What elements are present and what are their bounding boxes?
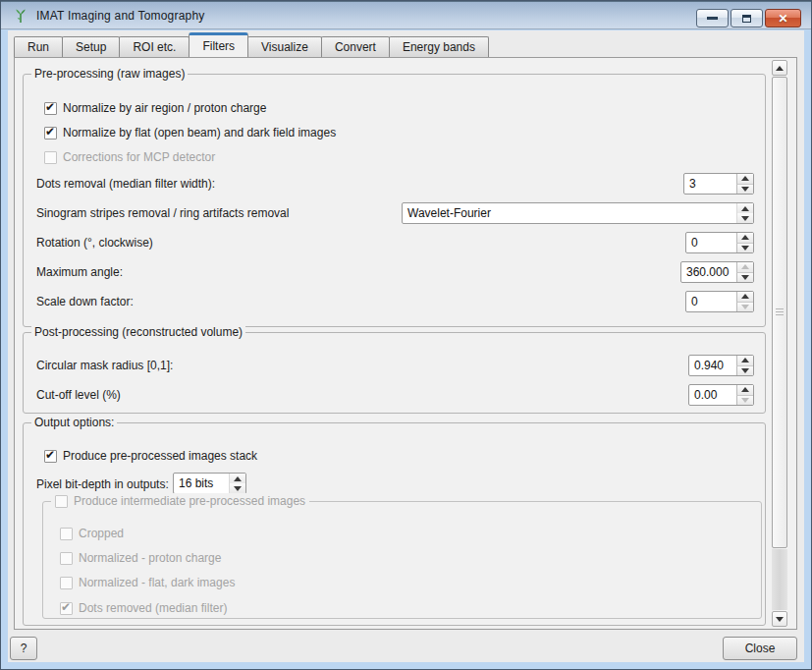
filters-tab-pane: Pre-processing (raw images) Normalize by…	[14, 57, 797, 630]
group-post-processing: Post-processing (reconstructed volume)	[23, 332, 766, 414]
rotation-spinbox[interactable]: 0	[685, 232, 754, 253]
spinbox-value: 3	[684, 174, 736, 194]
checkbox-produce-stack[interactable]: Produce pre-processed images stack	[44, 448, 257, 464]
bitdepth-label: Pixel bit-depth in outputs:	[36, 477, 169, 491]
window-title: IMAT Imaging and Tomography	[36, 9, 205, 23]
close-window-button[interactable]: ✕	[765, 9, 801, 28]
checkbox-indicator	[55, 495, 68, 508]
spin-up-button[interactable]	[736, 292, 753, 302]
dots-removal-label: Dots removal (median filter width):	[36, 177, 215, 191]
spinbox-value: 0.940	[689, 356, 736, 375]
title-bar[interactable]: IMAT Imaging and Tomography ✕	[1, 1, 811, 29]
checkbox-cropped: Cropped	[60, 526, 124, 541]
sinogram-stripes-label: Sinogram stripes removal / ring artifact…	[36, 206, 289, 220]
tab-roi-etc[interactable]: ROI etc.	[119, 36, 189, 57]
maximize-button[interactable]	[731, 9, 763, 28]
checkbox-normalized-flat-dark: Normalized - flat, dark images	[60, 575, 235, 590]
vertical-scrollbar[interactable]	[772, 60, 787, 627]
circular-mask-label: Circular mask radius [0,1]:	[36, 359, 173, 372]
checkbox-indicator[interactable]	[44, 450, 57, 463]
checkbox-label: Normalized - flat, dark images	[79, 576, 235, 589]
combobox-value: 16 bits	[174, 474, 229, 493]
tab-run[interactable]: Run	[14, 36, 63, 57]
maximum-angle-label: Maximum angle:	[36, 265, 123, 279]
combobox-value: Wavelet-Fourier	[403, 203, 736, 223]
checkbox-label: Normalize by flat (open beam) and dark f…	[63, 126, 336, 140]
checkbox-indicator[interactable]	[44, 102, 57, 115]
group-title: Pre-processing (raw images)	[31, 67, 188, 81]
tab-filters[interactable]: Filters	[189, 32, 248, 57]
combo-down-arrow[interactable]	[230, 483, 245, 493]
arrow-up-icon	[776, 66, 784, 71]
rotation-label: Rotation (°, clockwise)	[36, 236, 153, 250]
spinbox-value: 0.00	[689, 385, 736, 405]
circular-mask-spinbox[interactable]: 0.940	[688, 355, 754, 376]
checkbox-corrections-mcp: Corrections for MCP detector	[44, 149, 215, 165]
minimize-button[interactable]	[696, 9, 729, 28]
group-title: Post-processing (reconstructed volume)	[31, 325, 245, 339]
bitdepth-combobox[interactable]: 16 bits	[173, 473, 246, 494]
checkbox-normalize-flat-dark[interactable]: Normalize by flat (open beam) and dark f…	[44, 125, 336, 140]
spin-down-button[interactable]	[736, 243, 753, 253]
maximum-angle-spinbox[interactable]: 360.000	[680, 261, 754, 283]
spin-up-button[interactable]	[736, 356, 753, 365]
dialog-window: IMAT Imaging and Tomography ✕ Run Setup …	[0, 0, 812, 670]
checkbox-indicator[interactable]	[44, 127, 57, 140]
checkbox-indicator	[60, 602, 73, 615]
scale-down-spinbox[interactable]: 0	[685, 291, 754, 312]
checkbox-label: Normalized - proton charge	[79, 551, 221, 565]
group-title: Output options:	[31, 416, 117, 429]
combo-down-arrow[interactable]	[737, 213, 753, 223]
spinbox-value: 0	[686, 233, 736, 252]
checkbox-indicator	[60, 528, 73, 540]
spin-down-button	[736, 395, 753, 406]
spin-down-button[interactable]	[736, 272, 753, 283]
spinbox-value: 360.000	[681, 262, 736, 282]
checkbox-indicator	[60, 577, 73, 589]
checkbox-produce-intermediate: Produce intermediate pre-processed image…	[51, 493, 309, 509]
dots-removal-spinbox[interactable]: 3	[683, 173, 754, 195]
checkbox-normalized-proton: Normalized - proton charge	[60, 550, 221, 566]
spin-up-button	[736, 262, 753, 272]
minimize-icon	[707, 17, 718, 20]
combo-up-arrow[interactable]	[230, 474, 245, 483]
spinbox-value: 0	[686, 292, 736, 311]
spin-down-button[interactable]	[736, 365, 753, 376]
close-icon: ✕	[778, 13, 787, 25]
scrollbar-grip-icon	[776, 308, 784, 317]
arrow-down-icon	[776, 617, 784, 622]
checkbox-label: Cropped	[79, 527, 124, 540]
checkbox-normalize-air-region[interactable]: Normalize by air region / proton charge	[44, 100, 266, 116]
combo-up-arrow[interactable]	[737, 203, 753, 213]
scrollbar-track[interactable]	[772, 549, 787, 610]
cutoff-level-label: Cut-off level (%)	[36, 388, 121, 402]
tab-setup[interactable]: Setup	[62, 36, 120, 57]
maximize-icon	[742, 15, 751, 23]
cutoff-level-spinbox[interactable]: 0.00	[688, 384, 754, 406]
tab-visualize[interactable]: Visualize	[247, 36, 322, 57]
spin-up-button[interactable]	[736, 174, 753, 184]
checkbox-label: Corrections for MCP detector	[63, 150, 215, 164]
checkbox-label: Normalize by air region / proton charge	[63, 101, 266, 115]
scrollbar-thumb[interactable]	[772, 77, 787, 548]
window-controls: ✕	[696, 9, 801, 28]
checkbox-dots-removed: Dots removed (median filter)	[60, 600, 227, 616]
scale-down-label: Scale down factor:	[36, 295, 134, 308]
tab-convert[interactable]: Convert	[321, 36, 390, 57]
sinogram-method-combobox[interactable]: Wavelet-Fourier	[402, 202, 754, 224]
close-button[interactable]: Close	[723, 637, 797, 660]
scrollbar-down-button[interactable]	[772, 611, 787, 627]
tab-bar: Run Setup ROI etc. Filters Visualize Con…	[14, 36, 488, 57]
checkbox-label: Produce intermediate pre-processed image…	[74, 494, 305, 508]
checkbox-label: Produce pre-processed images stack	[63, 449, 257, 463]
dialog-client-area: Run Setup ROI etc. Filters Visualize Con…	[8, 30, 804, 662]
tab-energy-bands[interactable]: Energy bands	[389, 36, 489, 57]
spin-up-button[interactable]	[736, 233, 753, 243]
spin-up-button[interactable]	[736, 385, 753, 395]
scrollbar-up-button[interactable]	[772, 60, 787, 76]
help-button[interactable]: ?	[10, 637, 37, 660]
checkbox-label: Dots removed (median filter)	[79, 601, 227, 615]
checkbox-indicator	[44, 151, 57, 164]
app-icon	[13, 8, 28, 24]
spin-down-button[interactable]	[736, 184, 753, 195]
